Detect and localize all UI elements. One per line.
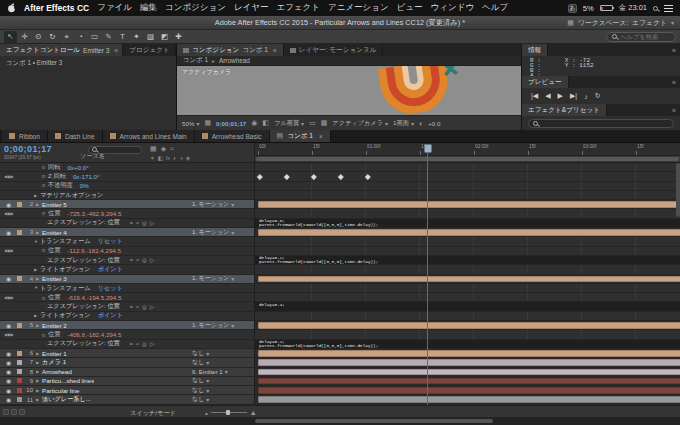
track-row[interactable] (255, 321, 680, 330)
brush-tool[interactable]: ✦ (130, 31, 143, 43)
layer-duration-bar[interactable] (258, 229, 680, 236)
visibility-eye-icon[interactable]: ◉ (6, 359, 11, 366)
layer-row-Emitter 2[interactable]: ◉5▶Emitter 21. モーション▾ (0, 321, 254, 330)
stopwatch-icon[interactable]: ⊙ (42, 174, 46, 180)
effect-controls-content[interactable]: コンポ 1 • Emitter 3 (0, 56, 176, 130)
play-button[interactable]: ▶ (558, 92, 563, 100)
adjustment-column-icon[interactable]: ◑ (179, 155, 182, 161)
stopwatch-icon[interactable]: ⊙ (42, 211, 46, 217)
motion-blur-column-icon[interactable]: ◐ (173, 155, 176, 161)
track-row[interactable] (255, 172, 680, 181)
comp-timecode[interactable]: 0;00;01;17 (216, 120, 246, 127)
zoom-out-mountain-icon[interactable]: ▴ (205, 410, 208, 416)
layer-row-Emitter 1[interactable]: ◉6▶Emitter 1なし▾ (0, 349, 254, 358)
track-row[interactable] (255, 368, 680, 377)
show-channel-icon[interactable]: ◧ (262, 119, 269, 127)
parent-dropdown[interactable]: 1. モーション▾ (188, 321, 254, 330)
track-row[interactable] (255, 191, 680, 200)
parent-dropdown[interactable]: なし▾ (188, 349, 254, 358)
track-row[interactable]: delay=0.6;parent.fromWorld(toWorld([0,0,… (255, 219, 680, 228)
expression-enable-icon[interactable]: = (130, 257, 133, 263)
group-value[interactable]: ポイント (98, 265, 123, 274)
comp-tab-Arrows and Lines Main[interactable]: Arrows and Lines Main (103, 130, 195, 142)
layer-label-color[interactable] (17, 360, 22, 365)
tab-layer-viewer[interactable]: レイヤー: モーションヌル (284, 44, 384, 56)
layer-label-color[interactable] (17, 323, 22, 328)
rotation-tool[interactable]: ↻ (46, 31, 59, 43)
composition-viewport[interactable]: アクティブカメラ (177, 66, 521, 115)
prop-row[interactable]: ⊙不透明度0% (0, 182, 254, 191)
layer-duration-bar[interactable] (258, 350, 680, 357)
layer-duration-bar[interactable] (258, 201, 680, 208)
close-tab-icon[interactable]: × (319, 133, 323, 140)
expression-pickwhip-icon[interactable]: ◎ (142, 341, 147, 347)
timeline-option-toggle[interactable] (19, 409, 25, 415)
layer-name[interactable]: Particu...shed lines (42, 377, 94, 384)
property-value[interactable]: -725.3,-462.9,294.5 (67, 210, 121, 217)
keyframe-diamond[interactable] (257, 175, 262, 180)
expression-graph-icon[interactable]: ≈ (136, 341, 139, 347)
layer-name[interactable]: Emitter 3 (42, 275, 67, 282)
first-frame-button[interactable]: |◀ (531, 92, 538, 100)
layer-label-color[interactable] (17, 388, 22, 393)
panel-menu-icon[interactable]: ≡ (672, 107, 676, 114)
parent-dropdown[interactable]: なし▾ (188, 376, 254, 385)
layer-row-Emitter 3[interactable]: ◉4▶Emitter 31. モーション▾ (0, 275, 254, 284)
stopwatch-icon[interactable]: ⊙ (42, 248, 46, 254)
visibility-eye-icon[interactable]: ◉ (6, 229, 11, 236)
eraser-tool[interactable]: ◩ (158, 31, 171, 43)
comp-tab-Arrowhead Basic[interactable]: Arrowhead Basic (195, 130, 270, 142)
twirl-icon[interactable]: ▶ (34, 193, 39, 198)
layer-label-color[interactable] (17, 202, 22, 207)
expression-enable-icon[interactable]: = (130, 304, 133, 310)
track-row[interactable]: delay=0.4; (255, 302, 680, 311)
pen-tool[interactable]: ✎ (102, 31, 115, 43)
twirl-icon[interactable]: ▶ (36, 230, 41, 235)
zoom-tool[interactable]: ⊙ (32, 31, 45, 43)
track-row[interactable] (255, 358, 680, 367)
keyframe-diamond[interactable] (338, 175, 343, 180)
layer-row-Arrowhead[interactable]: ◉8▶Arrowhead6. Emitter 1▾ (0, 368, 254, 377)
keyframe-navigator[interactable]: ◀◆▶ (4, 211, 14, 216)
stopwatch-icon[interactable]: ⊙ (42, 183, 46, 189)
comp-nav-item-comp1[interactable]: コンポ 1 (183, 56, 208, 65)
graph-editor-icon[interactable]: ≈ (170, 145, 174, 153)
twirl-icon[interactable]: ▶ (36, 379, 41, 384)
selection-tool[interactable]: ↖ (4, 31, 17, 43)
chevron-down-icon[interactable]: ▾ (671, 19, 674, 26)
apple-menu-icon[interactable] (7, 3, 16, 13)
timeline-option-toggle[interactable] (11, 409, 17, 415)
workspace-value[interactable]: エフェクト (632, 18, 667, 28)
exposure-value[interactable]: +0.0 (428, 120, 440, 127)
previous-frame-button[interactable]: ◀ (545, 92, 550, 100)
twirl-icon[interactable]: ▶ (36, 369, 41, 374)
layer-row-Particular line[interactable]: ◉10▶Particular lineなし▾ (0, 386, 254, 395)
prop-row[interactable]: ◀◆▶⊙位置-725.3,-462.9,294.5 (0, 209, 254, 218)
camera-view-menu[interactable]: アクティブカメラ▾ (332, 119, 388, 128)
transparency-grid-icon[interactable]: ▩ (321, 119, 328, 127)
layer-name[interactable]: Particular line (42, 387, 80, 394)
stopwatch-icon[interactable]: ⊙ (42, 332, 46, 338)
loop-button[interactable]: ↻ (595, 92, 601, 100)
stopwatch-icon[interactable]: ⊙ (42, 164, 46, 170)
timeline-horizontal-scrollbar[interactable] (255, 419, 493, 423)
layer-name[interactable]: カメラ 1 (42, 358, 66, 367)
layer-duration-bar[interactable] (258, 359, 680, 366)
tab-preview[interactable]: プレビュー (522, 76, 569, 88)
twirl-icon[interactable]: ▶ (36, 202, 41, 207)
expr-row[interactable]: エクスプレッション: 位置=≈◎▷ (0, 219, 254, 228)
roi-icon[interactable]: ▭ (309, 119, 316, 127)
visibility-eye-icon[interactable]: ◉ (6, 350, 11, 357)
track-row[interactable] (255, 377, 680, 386)
menu-エフェクト[interactable]: エフェクト (277, 2, 321, 14)
help-search-box[interactable] (606, 32, 676, 42)
parent-dropdown[interactable]: 6. Emitter 1▾ (188, 368, 254, 375)
playhead[interactable] (427, 144, 428, 405)
keyframe-navigator[interactable]: ◀◆▶ (4, 174, 14, 179)
twirl-icon[interactable]: ▶ (36, 360, 41, 365)
snapshot-icon[interactable]: ◉ (251, 119, 257, 127)
property-value[interactable]: -406.8,-182.4,294.5 (67, 331, 121, 338)
tab-info[interactable]: 情報 (522, 44, 548, 56)
layer-name[interactable]: Emitter 4 (42, 229, 67, 236)
playhead-handle[interactable] (424, 144, 432, 153)
